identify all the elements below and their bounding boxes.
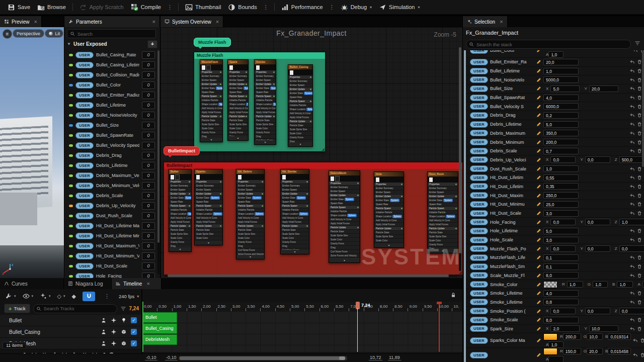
parameter-item[interactable]: USERBullet_Velocity Speed S0: [64, 140, 157, 150]
parameter-item[interactable]: USERDebris_Up_Velocity0: [64, 201, 157, 211]
stack-module-row[interactable]: Drag: [236, 244, 264, 248]
stack-module-row[interactable]: Apply Initial Forces: [169, 220, 191, 224]
track-checkbox[interactable]: ✓: [131, 317, 137, 323]
stack-module-row[interactable]: Emitter Spawn: [195, 188, 222, 192]
parameter-value-field[interactable]: 0: [142, 182, 155, 190]
stack-module-row[interactable]: Gravity Force: [200, 131, 222, 135]
parameter-value-field[interactable]: 0: [142, 71, 155, 79]
stack-module-row[interactable]: Particle State: [255, 119, 276, 123]
undo-icon[interactable]: [630, 264, 635, 269]
comment-bubble-impact[interactable]: BulletImpact: [164, 146, 200, 155]
stack-module-row[interactable]: Scale Sprite Size: [329, 234, 360, 238]
user-exposed-section[interactable]: ▼ User Exposed +: [67, 40, 157, 48]
stack-parameter-row[interactable]: USERMuzzleFlash_Sm0,1: [466, 262, 644, 272]
track-checkbox[interactable]: ✓: [131, 340, 137, 346]
node-footer[interactable]: ▾: [281, 250, 309, 254]
stack-parameter-row[interactable]: USERHit_Dust_Lifetim0,55: [466, 173, 644, 183]
stack-module-row[interactable]: Particle Update: [281, 224, 309, 228]
emitter-node[interactable]: Hit_DebrisPropertiesEmitter SummaryEmitt…: [236, 169, 265, 259]
parameter-item[interactable]: USERBullet_NoiseVelocity0: [64, 110, 157, 120]
comment-bubble-muzzle[interactable]: Muzzle Flash: [194, 38, 231, 47]
parameter-item[interactable]: USERHit_Dust_Lifetime Min0: [64, 231, 157, 241]
value-field[interactable]: 1,0: [593, 281, 608, 288]
value-field[interactable]: 5000,0: [543, 76, 579, 83]
timeline-lanes[interactable]: BulletBullet_CasingDebrisMesh: [142, 312, 462, 352]
tab-curves[interactable]: Curves: [0, 278, 64, 289]
playhead-time[interactable]: 7,24: [129, 306, 139, 311]
playhead-marker[interactable]: [356, 302, 360, 309]
stack-module-row[interactable]: Add Velocity in Cone: [200, 107, 222, 111]
stack-module-row[interactable]: Gravity Force: [329, 242, 360, 246]
stack-module-row[interactable]: Gravity Force: [195, 240, 222, 241]
value-field[interactable]: 2,0: [550, 325, 580, 332]
undo-icon[interactable]: [630, 202, 635, 207]
node-footer[interactable]: ▾: [200, 138, 222, 142]
undo-icon[interactable]: [630, 68, 635, 73]
stack-module-row[interactable]: Spawn Rate: [236, 200, 264, 204]
stack-module-row[interactable]: Emitter Summary: [236, 184, 264, 188]
stack-module-row[interactable]: Scale Color: [374, 239, 404, 243]
filter-icon[interactable]: [120, 306, 126, 312]
emitter-node[interactable]: Hit_SmokePropertiesEmitter SummaryEmitte…: [280, 169, 309, 254]
stack-module-row[interactable]: Particle Spawn: [195, 204, 222, 208]
stack-module-row[interactable]: Scale Sprite Size: [428, 235, 458, 239]
trash-icon[interactable]: [637, 202, 642, 207]
node-footer[interactable]: ▾: [236, 255, 264, 259]
stack-module-row[interactable]: Properties: [288, 75, 312, 79]
trash-icon[interactable]: [637, 211, 642, 216]
stack-parameter-row[interactable]: USERBullet_SizeX5,0Y20,0: [466, 84, 644, 94]
trash-icon[interactable]: [637, 175, 642, 180]
value-field[interactable]: 1,0: [619, 219, 644, 225]
trash-icon[interactable]: [637, 264, 642, 269]
add-track-button[interactable]: +Track: [4, 304, 30, 313]
parameter-value-field[interactable]: 0: [142, 102, 155, 109]
parameter-value-field[interactable]: 0: [142, 172, 155, 179]
lit-button[interactable]: Lit: [45, 29, 63, 38]
stack-module-row[interactable]: Scale Color: [428, 239, 458, 243]
value-field[interactable]: 6000,0: [543, 103, 579, 110]
timeline-area[interactable]: 0,000,501,001,502,002,503,003,504,004,50…: [142, 302, 462, 352]
parameter-item[interactable]: USERHit_Dust_Lifetime Max0: [64, 221, 157, 231]
timeline-clip[interactable]: Bullet_Casing: [143, 323, 177, 334]
stack-module-row[interactable]: Curl Noise Force: [236, 248, 264, 252]
stack-module-row[interactable]: Initialize Particle: [255, 99, 276, 103]
stack-parameter-row[interactable]: USERDebris_Lifetime5,0: [466, 120, 644, 129]
stack-module-row[interactable]: Particle Update: [288, 120, 312, 124]
undo-icon[interactable]: [630, 140, 635, 145]
value-field[interactable]: 350,0: [543, 130, 579, 136]
stack-module-row[interactable]: Apply Initial Forces: [329, 222, 360, 226]
stack-module-row[interactable]: Scale Sprite Size: [374, 235, 404, 239]
trash-icon[interactable]: [637, 228, 642, 233]
trash-icon[interactable]: [637, 184, 642, 189]
thumbnail-button[interactable]: Thumbnail: [182, 0, 224, 15]
parameter-value-field[interactable]: 0: [142, 51, 155, 59]
emitter-node[interactable]: Dust_RushPropertiesEmitter SummaryEmitte…: [427, 171, 458, 253]
track-row[interactable]: Bullet✓: [0, 315, 141, 326]
stack-module-row[interactable]: Spawn Rate: [255, 90, 276, 95]
undo-icon[interactable]: [630, 122, 635, 127]
track-row[interactable]: Bullet_Casing✓: [0, 326, 141, 338]
stack-module-row[interactable]: Gravity Force: [374, 243, 404, 243]
stack-module-row[interactable]: Gravity Force: [228, 131, 248, 135]
value-field[interactable]: 5,0: [543, 228, 579, 234]
stack-module-row[interactable]: Properties: [374, 183, 404, 187]
stack-module-row[interactable]: Emitter StateSystem: [228, 86, 248, 90]
value-field[interactable]: 8,0: [543, 317, 579, 323]
stack-module-row[interactable]: Drag: [255, 135, 276, 139]
parameter-value-field[interactable]: 0: [142, 262, 155, 270]
stack-module-row[interactable]: Particle Spawn: [236, 204, 264, 208]
stack-module-row[interactable]: Emitter Summary: [288, 79, 312, 83]
stack-module-row[interactable]: Particle State: [281, 228, 309, 232]
stack-parameter-row[interactable]: USERBullet_ColorR200,0G0,240216B0,0A1,0: [466, 50, 644, 58]
stack-parameter-row[interactable]: USERHit_Dust_Minimu25,0: [466, 200, 644, 209]
sequencer-options-button[interactable]: ▾: [5, 293, 16, 300]
stack-module-row[interactable]: Curl Noise Force: [255, 139, 276, 140]
parameter-item[interactable]: USERHit_Dust_Scale0: [64, 261, 157, 271]
stack-module-row[interactable]: Apply Initial Forces: [255, 111, 276, 115]
browse-button[interactable]: Browse: [34, 0, 69, 15]
stack-module-row[interactable]: Emitter Summary: [195, 184, 222, 188]
stack-module-row[interactable]: Emitter StateSystem: [281, 196, 309, 200]
stack-parameter-row[interactable]: USERBullet_Lifetime1,0: [466, 67, 644, 76]
value-field[interactable]: 0,0: [550, 308, 576, 314]
trash-icon[interactable]: [637, 273, 642, 278]
